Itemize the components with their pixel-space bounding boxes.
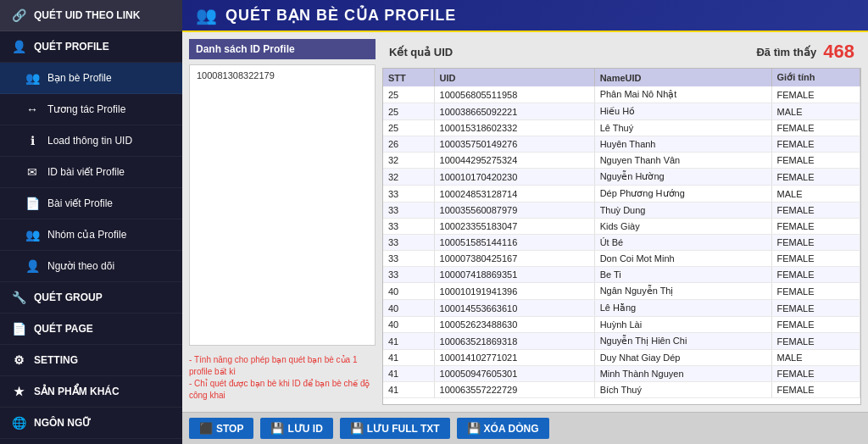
sidebar-item-ban-be-profile[interactable]: 👥Bạn bè Profile	[0, 63, 182, 94]
table-row: 33100035560087979Thuỳ DungFEMALE	[383, 203, 860, 219]
setting-icon: ⚙	[10, 352, 27, 369]
profile-id-list[interactable]: 100081308322179	[189, 64, 376, 346]
sidebar-item-load-thong-tin-uid[interactable]: ℹLoad thông tin UID	[0, 125, 182, 157]
page-header: 👥 QUÉT BẠN BÈ CỦA PROFILE	[182, 0, 868, 32]
sidebar-item-quet-profile[interactable]: 👤QUÉT PROFILE	[0, 31, 182, 63]
cell-name: Huỳnh Lài	[594, 317, 771, 333]
cell-uid: 100056805511958	[434, 86, 594, 103]
table-row: 41100063557222729Bích ThuýFEMALE	[383, 382, 860, 398]
save-id-label: LƯU ID	[287, 423, 322, 435]
table-row: 26100035750149276Huyên ThanhFEMALE	[383, 136, 860, 153]
cell-gender: FEMALE	[771, 153, 860, 169]
nguoi-theo-doi-label: Người theo dõi	[47, 260, 114, 272]
sidebar-item-san-pham-khac[interactable]: ★SẢN PHẨM KHÁC	[0, 376, 182, 408]
table-row: 25100015318602332Lê ThuýFEMALE	[383, 120, 860, 136]
table-row: 25100056805511958Phân Mai Nô NhậtFEMALE	[383, 86, 860, 103]
cell-stt: 33	[383, 235, 434, 251]
cell-name: Duy Nhat Giay Dép	[594, 350, 771, 366]
cell-uid: 100038665092221	[434, 103, 594, 120]
sidebar-item-ngon-ngu[interactable]: 🌐NGÔN NGỮ	[0, 408, 182, 439]
save-id-icon: 💾	[270, 422, 284, 435]
cell-gender: FEMALE	[771, 267, 860, 283]
cell-name: Ngân Nguyễn Thị	[594, 283, 771, 300]
cell-gender: FEMALE	[771, 366, 860, 382]
cell-gender: FEMALE	[771, 283, 860, 300]
cell-name: Kids Giày	[594, 219, 771, 235]
table-row: 33100007380425167Don Coi Mot MinhFEMALE	[383, 251, 860, 267]
cell-name: Phân Mai Nô Nhật	[594, 86, 771, 103]
stop-button[interactable]: ⬛ STOP	[189, 418, 253, 439]
result-table: STT UID NameUID Giới tính 25100056805511…	[383, 69, 860, 398]
nhom-cua-profile-icon: 👥	[24, 226, 41, 243]
ban-be-profile-label: Bạn bè Profile	[47, 72, 112, 84]
cell-uid: 100023355183047	[434, 219, 594, 235]
cell-name: Minh Thành Nguyen	[594, 366, 771, 382]
sidebar-item-quet-uid-link[interactable]: 🔗QUÉT UID THEO LINK	[0, 0, 182, 31]
result-count: 468	[823, 41, 854, 63]
cell-uid: 100050947605301	[434, 366, 594, 382]
sidebar-item-id-bai-viet-profile[interactable]: ✉ID bài viết Profile	[0, 157, 182, 188]
page-title: QUÉT BẠN BÈ CỦA PROFILE	[225, 6, 456, 25]
sidebar-item-quet-group[interactable]: 🔧QUÉT GROUP	[0, 282, 182, 314]
cell-stt: 33	[383, 267, 434, 283]
cell-name: Nguyễn Hường	[594, 169, 771, 186]
profile-id-item: 100081308322179	[193, 69, 371, 82]
save-full-button[interactable]: 💾 LƯU FULL TXT	[340, 418, 450, 439]
tuong-tac-profile-label: Tương tác Profile	[47, 103, 125, 115]
cell-stt: 26	[383, 136, 434, 153]
cell-uid: 100044295275324	[434, 153, 594, 169]
cell-gender: FEMALE	[771, 382, 860, 398]
sidebar-item-setting[interactable]: ⚙SETTING	[0, 345, 182, 376]
cell-stt: 40	[383, 283, 434, 300]
delete-button[interactable]: 💾 XÓA DÒNG	[457, 418, 549, 439]
left-panel: Danh sách ID Profile 100081308322179 - T…	[189, 39, 376, 405]
cell-stt: 25	[383, 120, 434, 136]
save-id-button[interactable]: 💾 LƯU ID	[260, 418, 332, 439]
table-row: 33100051585144116Út BéFEMALE	[383, 235, 860, 251]
cell-name: Don Coi Mot Minh	[594, 251, 771, 267]
sidebar-item-tuong-tac-profile[interactable]: ↔Tương tác Profile	[0, 94, 182, 125]
cell-uid: 100063521869318	[434, 333, 594, 350]
cell-uid: 100010191941396	[434, 283, 594, 300]
ngon-ngu-label: NGÔN NGỮ	[34, 417, 91, 429]
id-bai-viet-profile-icon: ✉	[24, 164, 41, 180]
result-table-container[interactable]: STT UID NameUID Giới tính 25100056805511…	[382, 68, 861, 405]
note-item: - Tính năng cho phép bạn quét bạn bè của…	[189, 354, 376, 378]
col-stt: STT	[383, 69, 434, 86]
stop-label: STOP	[216, 423, 243, 435]
cell-stt: 33	[383, 203, 434, 219]
cell-name: Lê Thuý	[594, 120, 771, 136]
cell-stt: 41	[383, 366, 434, 382]
cell-uid: 100014553663610	[434, 300, 594, 317]
cell-gender: FEMALE	[771, 136, 860, 153]
cell-gender: FEMALE	[771, 219, 860, 235]
bottom-bar: ⬛ STOP 💾 LƯU ID 💾 LƯU FULL TXT 💾 XÓA DÒN…	[182, 412, 868, 444]
sidebar-item-bai-viet-profile[interactable]: 📄Bài viết Profile	[0, 188, 182, 219]
nhom-cua-profile-label: Nhóm của Profile	[47, 229, 126, 241]
table-row: 33100007418869351Be TiFEMALE	[383, 267, 860, 283]
table-row: 33100024853128714Dép Phương HướngMALE	[383, 186, 860, 203]
cell-name: Dép Phương Hướng	[594, 186, 771, 203]
table-row: 41100014102771021Duy Nhat Giay DépMALE	[383, 350, 860, 366]
delete-label: XÓA DÒNG	[484, 423, 539, 435]
sidebar-item-quet-page[interactable]: 📄QUÉT PAGE	[0, 314, 182, 345]
cell-uid: 100014102771021	[434, 350, 594, 366]
save-full-icon: 💾	[350, 422, 364, 435]
nguoi-theo-doi-icon: 👤	[24, 258, 41, 275]
sidebar-item-nguoi-theo-doi[interactable]: 👤Người theo dõi	[0, 251, 182, 282]
result-label: Kết quả UID	[389, 46, 453, 58]
result-tbody: 25100056805511958Phân Mai Nô NhậtFEMALE2…	[383, 86, 860, 398]
setting-label: SETTING	[34, 354, 78, 366]
bai-viet-profile-label: Bài viết Profile	[47, 197, 113, 209]
table-row: 40100014553663610Lê HằngFEMALE	[383, 300, 860, 317]
cell-stt: 25	[383, 103, 434, 120]
cell-gender: FEMALE	[771, 169, 860, 186]
cell-stt: 32	[383, 153, 434, 169]
panel-notes: - Tính năng cho phép bạn quét bạn bè của…	[189, 351, 376, 405]
quet-group-label: QUÉT GROUP	[34, 291, 103, 303]
cell-gender: MALE	[771, 103, 860, 120]
sidebar-item-nhom-cua-profile[interactable]: 👥Nhóm của Profile	[0, 219, 182, 251]
stop-icon: ⬛	[199, 422, 213, 435]
ban-be-profile-icon: 👥	[24, 69, 41, 86]
cell-uid: 100052623488630	[434, 317, 594, 333]
